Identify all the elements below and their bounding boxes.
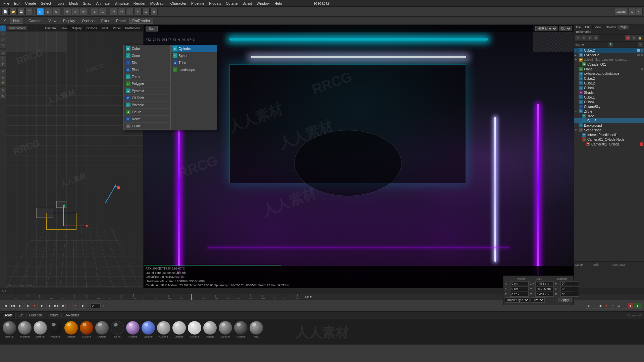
toolbar2-perspective[interactable]: 0 bbox=[1, 18, 9, 24]
toolbar-obj-mgr[interactable]: O bbox=[636, 8, 643, 15]
scene-tree[interactable]: ▼ □ Cube.2 ▶ ⊓ Cylinder.2 ▼ 📁 bbox=[574, 48, 644, 261]
toolbar-layout[interactable]: Layout bbox=[614, 8, 628, 15]
pos-x-input[interactable] bbox=[510, 281, 529, 286]
pm-plane[interactable]: ▭ Plane bbox=[124, 66, 170, 73]
menu-render[interactable]: Render bbox=[131, 1, 148, 6]
tool-soft[interactable]: S bbox=[0, 87, 6, 93]
tl-opts-3[interactable]: ◉ bbox=[598, 303, 603, 309]
toolbar-poly-mode[interactable]: ⊕ bbox=[53, 8, 60, 15]
rp-tab-edit[interactable]: Edit bbox=[583, 25, 593, 29]
size-z-input[interactable] bbox=[535, 292, 554, 297]
rp-icon-4[interactable]: ⊕ bbox=[593, 35, 599, 41]
tool-twist[interactable]: $ bbox=[0, 93, 6, 99]
toolbar-bevel[interactable]: ◈ bbox=[150, 8, 158, 15]
lv-prorender-tab[interactable]: ProRender bbox=[123, 26, 142, 30]
tl-opts-9[interactable]: ▶ bbox=[634, 303, 642, 309]
mat-ball-14[interactable]: Octane bbox=[203, 321, 217, 338]
rp-tab-view[interactable]: View bbox=[593, 25, 603, 29]
coord-system-select[interactable]: Object Style bbox=[505, 297, 529, 303]
toolbar2-camera[interactable]: Camera bbox=[25, 18, 45, 24]
rot-b-input[interactable] bbox=[560, 292, 579, 297]
rv-sub-tab[interactable]: Sub bbox=[146, 26, 158, 32]
tool-move[interactable]: ✛ bbox=[0, 31, 6, 37]
mat-ball-3[interactable]: Material bbox=[34, 321, 47, 338]
toolbar-snap-enable[interactable]: S bbox=[91, 8, 98, 15]
mat-ball-10[interactable]: Octane bbox=[142, 321, 155, 338]
lv-perspective-tab[interactable]: Perspective bbox=[7, 26, 27, 30]
menu-window[interactable]: Window bbox=[255, 1, 272, 6]
tool-paint[interactable]: 🖊 bbox=[0, 69, 6, 74]
mat-ball-15[interactable]: Octane bbox=[219, 321, 232, 338]
toolbar2-filter[interactable]: Filter bbox=[98, 18, 112, 24]
pm-sphere[interactable]: ● Sphere bbox=[171, 52, 217, 59]
tree-item-cube2c[interactable]: □ Cube.2 bbox=[574, 81, 644, 85]
tl-record[interactable]: ● bbox=[72, 303, 78, 309]
scene-tree-search[interactable]: 🔍 bbox=[608, 42, 613, 47]
ms-tab-create[interactable]: Create bbox=[0, 313, 16, 318]
menu-mesh[interactable]: Mesh bbox=[67, 1, 80, 6]
tl-opts-8[interactable]: ■ bbox=[628, 303, 633, 309]
mat-ball-4[interactable]: Material bbox=[49, 321, 62, 338]
pos-y-input[interactable] bbox=[510, 287, 529, 291]
tl-opts-6[interactable]: ⊡ bbox=[616, 303, 621, 309]
tl-play[interactable]: ▶ bbox=[39, 303, 45, 309]
toolbar-edge-mode[interactable]: ⊞ bbox=[45, 8, 52, 15]
tree-item-shader[interactable]: ◈ Shader bbox=[574, 90, 644, 95]
mat-ball-12[interactable]: Octane bbox=[172, 321, 186, 338]
menu-mograph[interactable]: MoGraph bbox=[148, 1, 168, 6]
toolbar-snap-grid[interactable]: G bbox=[99, 8, 106, 15]
mat-ball-2[interactable]: Material bbox=[18, 321, 32, 338]
lv-view-tab[interactable]: View bbox=[59, 26, 69, 30]
pm-torus[interactable]: ◎ Torus bbox=[124, 73, 170, 80]
mat-ball-5[interactable]: Octane bbox=[64, 321, 78, 338]
toolbar-new[interactable]: 📄 bbox=[1, 8, 9, 15]
tree-item-cyl001cyl003[interactable]: ⊓ Cylinder.001_Cylinder.003 bbox=[574, 71, 644, 76]
tree-item-cam01node[interactable]: 📷 Camera01_ONode Node bbox=[574, 137, 644, 142]
mat-ball-17[interactable]: Mat. bbox=[250, 321, 263, 338]
tl-key[interactable]: ◆ bbox=[79, 303, 86, 309]
mat-ball-13[interactable]: Octane bbox=[188, 321, 201, 338]
mat-ball-8[interactable]: None bbox=[111, 321, 124, 338]
pm-cube[interactable]: ■ Cube bbox=[124, 45, 170, 52]
size-mode-select[interactable]: Size bbox=[531, 297, 545, 303]
pm-polygon[interactable]: ⬡ Polygon bbox=[124, 80, 170, 87]
tool-mirror[interactable]: ⚡ bbox=[0, 80, 6, 85]
rp-tab-file[interactable]: File bbox=[574, 25, 583, 29]
lv-display-tab[interactable]: Display bbox=[70, 26, 84, 30]
tl-opts-2[interactable]: ≡ bbox=[592, 303, 597, 309]
rp-tab-bookmarks[interactable]: Bookmarks bbox=[574, 29, 593, 34]
tl-start[interactable]: |◀ bbox=[2, 303, 8, 309]
menu-create[interactable]: Create bbox=[23, 1, 38, 6]
tree-item-tree[interactable]: 🌳 Tree bbox=[574, 114, 644, 118]
toolbar-redo[interactable]: ↪ bbox=[118, 8, 125, 15]
tree-item-cube2[interactable]: ▼ □ Cube.2 bbox=[574, 48, 644, 53]
tree-item-background[interactable]: ▭ Background bbox=[574, 123, 644, 128]
menu-simulate[interactable]: Simulate bbox=[112, 1, 131, 6]
pm-landscape[interactable]: ∿ Landscape bbox=[171, 66, 217, 73]
rp-icon-2[interactable]: ⊞ bbox=[581, 35, 587, 41]
size-y-input[interactable] bbox=[535, 287, 554, 291]
tool-live[interactable]: ◎ bbox=[0, 61, 6, 67]
mat-ball-9[interactable]: Octane bbox=[126, 321, 140, 338]
menu-snap[interactable]: Snap bbox=[81, 1, 94, 6]
tool-select[interactable]: ↖ bbox=[0, 25, 6, 31]
tl-play-back[interactable]: ◀ bbox=[24, 303, 30, 309]
lv-panel-tab[interactable]: Panel bbox=[111, 26, 122, 30]
tl-opts-4[interactable]: ● bbox=[604, 303, 609, 309]
toolbar-scale[interactable]: ⤢ bbox=[72, 8, 79, 15]
tl-opts-5[interactable]: ∞ bbox=[610, 303, 615, 309]
menu-plugins[interactable]: Plugins bbox=[207, 1, 223, 6]
menu-select[interactable]: Select bbox=[39, 1, 53, 6]
menu-octane[interactable]: Octane bbox=[224, 1, 239, 6]
menu-script[interactable]: Script bbox=[240, 1, 254, 6]
rp-icon-r[interactable]: R bbox=[625, 35, 631, 41]
pm-disc[interactable]: ○ Disc bbox=[124, 59, 170, 66]
tl-opts-7[interactable]: P bbox=[622, 303, 627, 309]
ms-tab-urender[interactable]: U-Render bbox=[62, 313, 82, 318]
tree-item-cube1[interactable]: □ Cube.1 bbox=[574, 95, 644, 100]
lv-camera-tab[interactable]: Camera bbox=[43, 26, 58, 30]
rp-tab-objects[interactable]: Objects bbox=[603, 25, 618, 29]
rp-icon-3[interactable]: ⊟ bbox=[587, 35, 593, 41]
tl-step[interactable]: |▶ bbox=[46, 303, 52, 309]
tl-step-back[interactable]: ◀| bbox=[17, 303, 23, 309]
